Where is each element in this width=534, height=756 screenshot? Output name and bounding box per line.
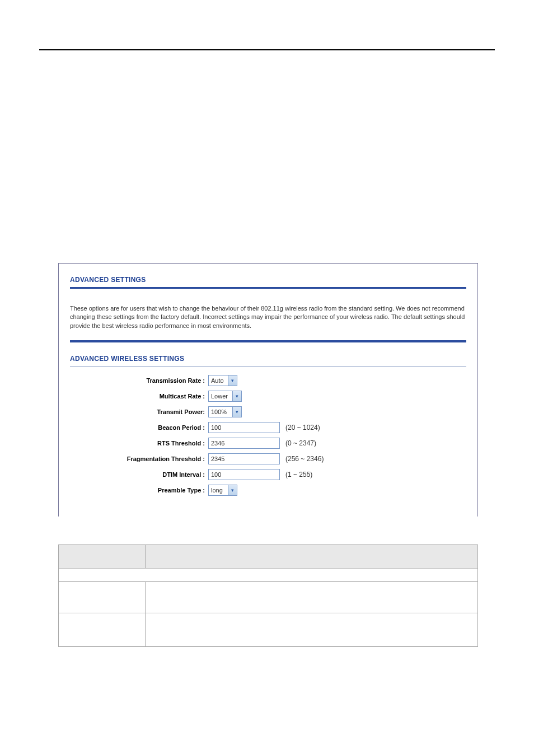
input-dtim-interval[interactable]: [208, 469, 280, 480]
hint-fragmentation-threshold: (256 ~ 2346): [285, 453, 324, 465]
divider: [70, 340, 466, 342]
select-value: long: [211, 484, 228, 496]
select-multicast-rate[interactable]: Lower ▾: [208, 391, 242, 402]
table-cell: [59, 613, 146, 647]
row-fragmentation-threshold: Fragmentation Threshold : (256 ~ 2346): [70, 453, 466, 465]
table-cell: [59, 582, 146, 613]
table-row: [59, 569, 477, 582]
hint-dtim-interval: (1 ~ 255): [285, 468, 312, 481]
input-rts-threshold[interactable]: [208, 438, 280, 449]
section-title-advanced-settings: ADVANCED SETTINGS: [70, 276, 466, 284]
label-transmit-power: Transmit Power:: [70, 406, 208, 418]
row-beacon-period: Beacon Period : (20 ~ 1024): [70, 421, 466, 434]
section-title-advanced-wireless: ADVANCED WIRELESS SETTINGS: [70, 355, 466, 363]
page-header-rule: [39, 0, 495, 50]
chevron-down-icon: ▾: [232, 407, 241, 417]
hint-rts-threshold: (0 ~ 2347): [285, 437, 316, 449]
select-preamble-type[interactable]: long ▾: [208, 485, 237, 496]
table-cell: [146, 613, 477, 647]
chevron-down-icon: ▾: [228, 375, 237, 386]
chevron-down-icon: ▾: [232, 391, 241, 401]
hint-beacon-period: (20 ~ 1024): [285, 421, 320, 434]
label-preamble-type: Preamble Type :: [70, 484, 208, 496]
row-transmit-power: Transmit Power: 100% ▾: [70, 406, 466, 418]
select-transmission-rate[interactable]: Auto ▾: [208, 375, 237, 386]
row-preamble-type: Preamble Type : long ▾: [70, 484, 466, 496]
table-header-cell: [146, 545, 477, 569]
spacer: [0, 50, 534, 263]
row-rts-threshold: RTS Threshold : (0 ~ 2347): [70, 437, 466, 449]
divider: [70, 287, 466, 289]
select-transmit-power[interactable]: 100% ▾: [208, 406, 242, 417]
chevron-down-icon: ▾: [228, 485, 237, 495]
section-description: These options are for users that wish to…: [70, 304, 466, 330]
select-value: Lower: [211, 390, 232, 402]
table-cell: [146, 582, 477, 613]
row-multicast-rate: Multicast Rate : Lower ▾: [70, 390, 466, 402]
label-rts-threshold: RTS Threshold :: [70, 437, 208, 449]
label-fragmentation-threshold: Fragmentation Threshold :: [70, 453, 208, 465]
select-value: Auto: [211, 374, 228, 387]
row-dtim-interval: DTIM Interval : (1 ~ 255): [70, 468, 466, 481]
table-header-cell: [59, 545, 146, 569]
label-multicast-rate: Multicast Rate :: [70, 390, 208, 402]
divider: [70, 366, 466, 367]
label-beacon-period: Beacon Period :: [70, 421, 208, 434]
label-transmission-rate: Transmission Rate :: [70, 374, 208, 387]
input-beacon-period[interactable]: [208, 422, 280, 433]
advanced-settings-panel: ADVANCED SETTINGS These options are for …: [58, 263, 478, 516]
row-transmission-rate: Transmission Rate : Auto ▾: [70, 374, 466, 387]
label-dtim-interval: DTIM Interval :: [70, 468, 208, 481]
input-fragmentation-threshold[interactable]: [208, 453, 280, 464]
empty-table: [58, 544, 478, 647]
select-value: 100%: [211, 406, 232, 418]
